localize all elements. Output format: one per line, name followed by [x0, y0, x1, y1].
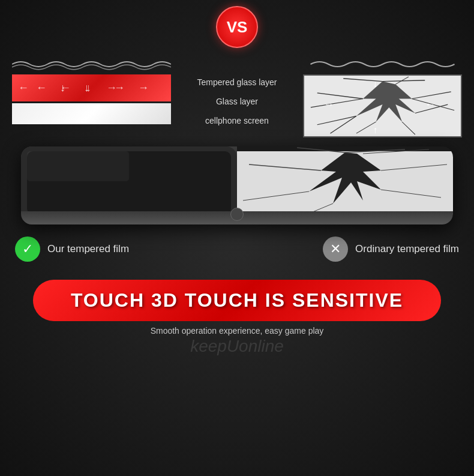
cellphone-screen-label: cellphone screen [177, 111, 297, 130]
svg-text:←: ← [425, 99, 435, 109]
wavy-top-right [303, 56, 462, 73]
x-icon: ✕ [323, 236, 348, 262]
touch-section: TOUCH 3D TOUCH IS SENSITIVE Smooth opera… [0, 271, 474, 340]
touch-banner-text: TOUCH 3D TOUCH IS SENSITIVE [57, 289, 417, 312]
cracked-glass-image: → ← ↓ ↑ [303, 74, 462, 137]
glass-layer-label: Glass layer [177, 92, 297, 111]
vs-badge: VS [216, 6, 258, 48]
touch-banner: TOUCH 3D TOUCH IS SENSITIVE [33, 280, 441, 321]
svg-text:→: → [114, 82, 125, 94]
vs-text: VS [227, 18, 248, 37]
glass-layer-white [12, 103, 171, 124]
middle-labels: Tempered glass layer Glass layer cellpho… [177, 56, 297, 130]
phone-home-button [230, 208, 244, 221]
svg-text:←: ← [36, 82, 47, 94]
svg-text:↑: ↑ [373, 125, 378, 135]
check-icon: ✓ [15, 236, 40, 262]
left-glass-layers: ← ← ↓ ↓ → → [12, 56, 171, 124]
svg-text:→: → [324, 99, 334, 109]
film-comparison-section: ✓ Our tempered film ✕ Ordinary tempered … [0, 227, 474, 271]
svg-text:→: → [138, 82, 149, 94]
check-symbol: ✓ [22, 241, 33, 257]
glass-layer-red: ← ← ↓ ↓ → → [12, 74, 171, 101]
page-wrapper: VS ← ← ↓ ↓ [0, 0, 474, 476]
bad-film-label: Ordinary tempered film [355, 243, 459, 255]
svg-text:←: ← [18, 82, 29, 94]
svg-text:↓: ↓ [84, 82, 89, 94]
good-film-label: Our tempered film [47, 243, 129, 255]
vs-section: VS [0, 0, 474, 53]
wavy-top-left [12, 56, 171, 73]
bad-film-item: ✕ Ordinary tempered film [323, 236, 459, 262]
phone-device-image [21, 146, 453, 224]
svg-text:↓: ↓ [60, 82, 65, 94]
x-symbol: ✕ [330, 241, 341, 257]
tempered-glass-label: Tempered glass layer [177, 73, 297, 92]
phone-section [0, 137, 474, 227]
svg-rect-26 [27, 151, 129, 181]
touch-subtitle: Smooth operation experience, easy game p… [151, 326, 324, 336]
svg-text:↓: ↓ [373, 79, 378, 89]
good-film-item: ✓ Our tempered film [15, 236, 129, 262]
right-glass-side: → ← ↓ ↑ [303, 56, 462, 137]
comparison-area: ← ← ↓ ↓ → → Tempered glass layer Glass l… [0, 56, 474, 137]
